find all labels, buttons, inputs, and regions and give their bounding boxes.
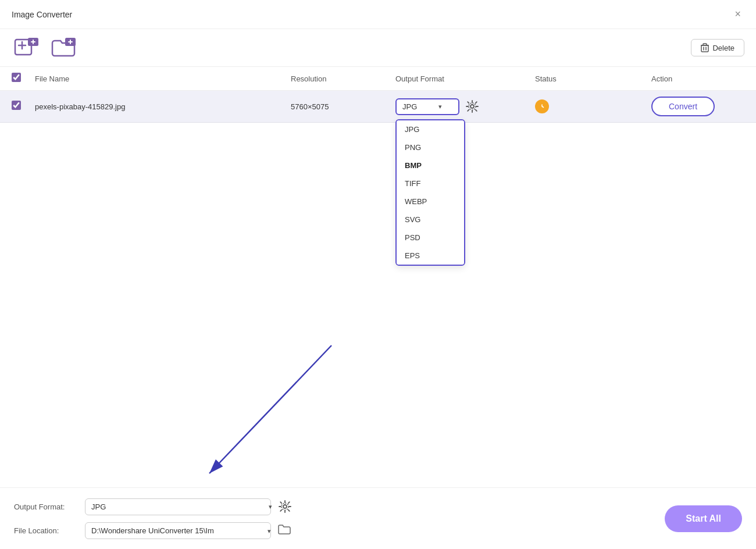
dropdown-item-eps[interactable]: EPS (397, 247, 464, 265)
format-select[interactable]: JPG PNG BMP TIFF WEBP SVG PSD EPS (395, 98, 459, 115)
header-checkbox-cell (12, 73, 35, 84)
select-all-checkbox[interactable] (12, 73, 21, 82)
dropdown-item-tiff[interactable]: TIFF (397, 174, 464, 192)
start-all-button[interactable]: Start All (665, 505, 742, 532)
bottom-left-controls: Output Format: JPG PNG BMP TIFF WEBP ▾ (14, 497, 294, 540)
row-action-cell: Convert (651, 97, 744, 116)
header-output-format: Output Format (395, 74, 535, 83)
delete-button[interactable]: Delete (691, 39, 744, 56)
header-action: Action (651, 74, 744, 83)
add-file-icon (14, 37, 40, 58)
add-file-button[interactable] (12, 35, 42, 60)
row-resolution: 5760×5075 (291, 102, 395, 111)
dropdown-item-psd[interactable]: PSD (397, 229, 464, 247)
dropdown-item-jpg[interactable]: JPG (397, 120, 464, 138)
file-location-row: File Location: D:\Wondershare UniConvert… (14, 522, 294, 540)
output-format-label: Output Format: (14, 502, 78, 511)
svg-point-9 (283, 505, 287, 508)
clock-icon (538, 102, 546, 110)
svg-point-5 (469, 103, 476, 110)
status-pending-icon (535, 99, 549, 113)
header-resolution: Resolution (291, 74, 395, 83)
row-status-cell (535, 99, 651, 113)
header-status: Status (535, 74, 651, 83)
toolbar: Delete (0, 29, 756, 67)
annotation-arrow (163, 340, 361, 491)
format-dropdown-container: JPG PNG BMP TIFF WEBP SVG PSD EPS ▾ JPG … (395, 97, 535, 116)
app-title: Image Converter (12, 10, 72, 19)
settings-gear-icon (465, 99, 479, 113)
add-folder-icon (51, 37, 77, 58)
header-filename: File Name (35, 74, 291, 83)
svg-line-8 (209, 345, 331, 473)
output-format-select[interactable]: JPG PNG BMP TIFF WEBP (85, 498, 271, 515)
close-button[interactable]: × (731, 7, 744, 22)
row-checkbox-cell (12, 101, 35, 112)
format-settings-button[interactable] (463, 97, 482, 116)
file-location-select-wrapper: D:\Wondershare UniConverter 15\Im ▾ (85, 522, 293, 540)
convert-button[interactable]: Convert (651, 97, 715, 116)
output-format-row: Output Format: JPG PNG BMP TIFF WEBP ▾ (14, 497, 294, 516)
delete-label: Delete (712, 44, 734, 52)
svg-point-10 (281, 503, 288, 510)
output-settings-button[interactable] (276, 497, 294, 516)
file-location-select[interactable]: D:\Wondershare UniConverter 15\Im (85, 522, 271, 539)
dropdown-item-webp[interactable]: WEBP (397, 192, 464, 211)
row-format-cell: JPG PNG BMP TIFF WEBP SVG PSD EPS ▾ JPG … (395, 97, 535, 116)
browse-folder-button[interactable] (276, 522, 293, 540)
svg-rect-3 (701, 45, 708, 52)
trash-icon (701, 43, 709, 52)
format-select-wrapper: JPG PNG BMP TIFF WEBP SVG PSD EPS ▾ (395, 98, 459, 115)
format-dropdown-list: JPG PNG BMP TIFF WEBP SVG PSD EPS (395, 119, 465, 266)
output-settings-icon (278, 500, 292, 514)
row-filename: pexels-pixabay-415829.jpg (35, 102, 291, 111)
table-row: pexels-pixabay-415829.jpg 5760×5075 JPG … (0, 91, 756, 123)
bottom-bar: Output Format: JPG PNG BMP TIFF WEBP ▾ (0, 487, 756, 549)
dropdown-item-bmp[interactable]: BMP (397, 156, 464, 174)
svg-point-4 (470, 105, 474, 108)
title-bar: Image Converter × (0, 0, 756, 29)
add-folder-button[interactable] (49, 35, 79, 60)
dropdown-item-png[interactable]: PNG (397, 138, 464, 156)
dropdown-item-svg[interactable]: SVG (397, 211, 464, 229)
output-format-select-wrapper: JPG PNG BMP TIFF WEBP ▾ (85, 497, 294, 516)
row-checkbox[interactable] (12, 101, 21, 110)
folder-icon (278, 524, 291, 534)
table-header: File Name Resolution Output Format Statu… (0, 67, 756, 91)
toolbar-left (12, 35, 79, 60)
file-location-label: File Location: (14, 526, 78, 535)
